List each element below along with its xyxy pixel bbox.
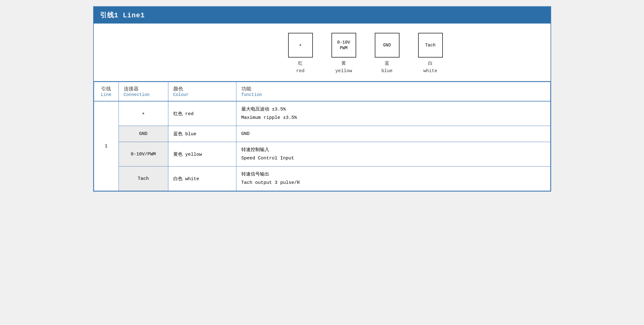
table-row-pwm: 0-10V/PWM 黄色 yellow 转速控制输入 Speed Control… <box>94 142 550 167</box>
pin-pwm-group: 0-10VPWM 黄yellow <box>331 33 356 75</box>
function-red: 最大电压波动 ±3.5% Maximum ripple ±3.5% <box>236 101 550 126</box>
main-table: 引线 Line 连接器 Connection 颜色 Colour 功能 func… <box>94 82 551 191</box>
pin-gnd-label: 蓝blue <box>381 60 392 75</box>
connection-pwm: 0-10V/PWM <box>119 142 168 167</box>
pin-gnd-group: GND 蓝blue <box>375 33 400 75</box>
pin-plus-label: 红red <box>296 60 305 75</box>
function-red-english: Maximum ripple ±3.5% <box>241 114 545 122</box>
colour-white: 白色 white <box>168 167 236 191</box>
pin-plus-group: + 红red <box>288 33 313 75</box>
header-line: 引线 Line <box>94 82 119 102</box>
diagram-wrapper: + 红red 0-10VPWM 黄yellow GND 蓝blue Tach 白… <box>288 33 443 75</box>
table-row-plus: 1 + 红色 red 最大电压波动 ±3.5% Maximum ripple ±… <box>94 101 550 126</box>
pin-plus-box: + <box>288 33 313 58</box>
function-tach: 转速信号输出 Tach output 3 pulse/R <box>236 167 550 191</box>
connection-gnd: GND <box>119 126 168 142</box>
header-colour: 颜色 Colour <box>168 82 236 102</box>
connection-tach: Tach <box>119 167 168 191</box>
header-connection: 连接器 Connection <box>119 82 168 102</box>
pin-gnd-box: GND <box>375 33 400 58</box>
function-pwm-english: Speed Control Input <box>241 154 545 162</box>
table-row-tach: Tach 白色 white 转速信号输出 Tach output 3 pulse… <box>94 167 550 191</box>
table-title: 引线1 Line1 <box>94 7 551 24</box>
function-pwm: 转速控制输入 Speed Control Input <box>236 142 550 167</box>
colour-red: 红色 red <box>168 101 236 126</box>
function-gnd-text: GND <box>241 130 545 138</box>
table-header-row: 引线 Line 连接器 Connection 颜色 Colour 功能 func… <box>94 82 550 102</box>
function-pwm-chinese: 转速控制输入 <box>241 146 545 154</box>
colour-yellow: 黄色 yellow <box>168 142 236 167</box>
function-tach-chinese: 转速信号输出 <box>241 170 545 179</box>
diagram-section: + 红red 0-10VPWM 黄yellow GND 蓝blue Tach 白… <box>94 24 551 82</box>
line-number: 1 <box>94 101 119 191</box>
main-container: 引线1 Line1 + 红red 0-10VPWM 黄yellow GND 蓝b… <box>93 6 551 192</box>
pin-pwm-label: 黄yellow <box>335 60 352 75</box>
function-tach-english: Tach output 3 pulse/R <box>241 179 545 187</box>
function-gnd: GND <box>236 126 550 142</box>
pin-pwm-box: 0-10VPWM <box>331 33 356 58</box>
pin-tach-group: Tach 白white <box>418 33 443 75</box>
header-function: 功能 function <box>236 82 550 102</box>
pin-tach-box: Tach <box>418 33 443 58</box>
function-red-chinese: 最大电压波动 ±3.5% <box>241 105 545 114</box>
colour-blue: 蓝色 blue <box>168 126 236 142</box>
table-row-gnd: GND 蓝色 blue GND <box>94 126 550 142</box>
pin-tach-label: 白white <box>423 60 437 75</box>
connection-plus: + <box>119 101 168 126</box>
